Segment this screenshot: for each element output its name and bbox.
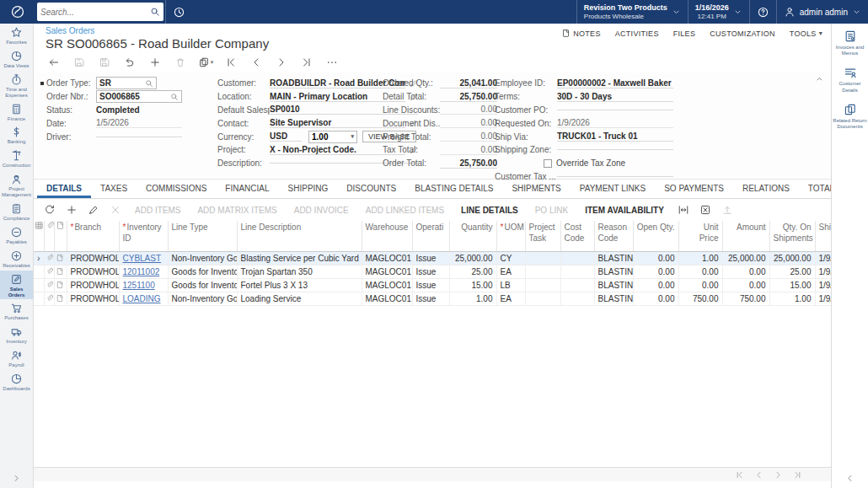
grid-cell[interactable]: 25.00 (769, 265, 815, 278)
column-header[interactable]: Ship (815, 221, 831, 251)
grid-cell[interactable]: EA (496, 292, 525, 305)
sidebar-item-banking[interactable]: Banking (0, 123, 33, 147)
column-header[interactable]: Amount (722, 221, 769, 251)
sidebar-item-receivables[interactable]: Receivables (0, 247, 33, 271)
sidebar-item-time-and-expenses[interactable]: Time and Expenses (0, 71, 33, 100)
column-header[interactable]: Line Description (237, 221, 362, 251)
grid-cell[interactable]: Issue (412, 278, 449, 292)
table-row[interactable]: PRODWHOLE12011002Goods for InventoryTroj… (34, 265, 831, 278)
grid-cell[interactable] (560, 292, 594, 305)
grid-cell[interactable]: 1/9/2026 (815, 265, 831, 278)
grid-cell[interactable]: Non-Inventory Goods (168, 251, 237, 265)
sidebar-item-project-management[interactable]: Project Management (0, 170, 33, 200)
column-header[interactable]: Warehouse (362, 221, 412, 251)
sidebar-item-construction[interactable]: Construction (0, 147, 33, 170)
grid-cell[interactable]: Trojan Spartan 350 (237, 265, 362, 278)
po-link-button[interactable]: PO LINK (528, 206, 575, 215)
grid-cell[interactable]: 1/9/2026 (815, 292, 831, 305)
grid-cell[interactable] (560, 278, 594, 292)
table-row[interactable]: PRODWHOLE1251100Goods for InventoryForte… (34, 278, 831, 292)
grid-cell[interactable] (560, 251, 594, 265)
grid-cell[interactable]: MAGLOC01 (362, 265, 412, 278)
grid-cell[interactable] (525, 278, 560, 292)
cancel-button[interactable] (121, 54, 139, 71)
header-link-tools[interactable]: TOOLS▾ (790, 29, 822, 38)
column-header[interactable]: Cost Code (560, 221, 594, 251)
date-time-selector[interactable]: 1/16/2026 12:41 PM (688, 0, 749, 24)
grid-cell[interactable]: 25.00 (449, 265, 496, 278)
customer-tax-input[interactable] (557, 176, 673, 177)
side-panel-item-invoices-and-memos[interactable]: Invoices and Memos (832, 24, 868, 60)
grid-cell[interactable]: LB (496, 278, 525, 292)
grid-cell[interactable]: BLASTING (594, 265, 633, 278)
override-tax-zone-checkbox[interactable] (544, 159, 552, 168)
grid-cell[interactable]: LOADING (119, 292, 168, 305)
company-branch-selector[interactable]: Revision Two Products Products Wholesale (576, 0, 688, 24)
side-panel-item-customer-details[interactable]: Customer Details (832, 60, 868, 96)
note-icon[interactable] (54, 265, 67, 278)
grid-cell[interactable] (525, 251, 560, 265)
more-actions-button[interactable] (323, 54, 341, 71)
grid-cell[interactable]: Loading Service (237, 292, 362, 305)
save-button[interactable] (95, 54, 114, 71)
tab-shipping[interactable]: SHIPPING (279, 180, 338, 198)
table-row[interactable]: PRODWHOLELOADINGNon-Inventory GoodsLoadi… (34, 292, 831, 305)
item-availability-button[interactable]: ITEM AVAILABILITY (578, 206, 671, 215)
go-back-button[interactable] (45, 54, 63, 71)
tab-financial[interactable]: FINANCIAL (216, 180, 278, 198)
sidebar-item-favorites[interactable]: Favorites (0, 24, 33, 47)
recent-history-button[interactable] (165, 0, 192, 24)
note-icon[interactable] (54, 278, 67, 292)
grid-cell[interactable]: 750.00 (722, 292, 769, 305)
grid-cell[interactable]: PRODWHOLE (67, 292, 119, 305)
go-prev-button[interactable] (247, 54, 265, 71)
grid-cell[interactable]: Goods for Inventory (168, 265, 237, 278)
grid-cell[interactable]: Non-Inventory Goods (168, 292, 237, 305)
grid-cell[interactable]: BLASTING (594, 292, 633, 305)
grid-cell[interactable]: 25,000.00 (769, 251, 815, 265)
grid-cell[interactable]: MAGLOC01 (362, 278, 412, 292)
sidebar-item-purchases[interactable]: Purchases (0, 299, 33, 323)
grid-cell[interactable]: 25,000.00 (449, 251, 496, 265)
column-header[interactable]: Project Task (525, 221, 560, 251)
grid-cell[interactable]: CY (496, 251, 525, 265)
page-first-button[interactable] (735, 470, 744, 480)
sidebar-item-payables[interactable]: Payables (0, 223, 33, 247)
grid-cell[interactable]: Issue (412, 251, 449, 265)
grid-cell[interactable]: 0.00 (633, 292, 678, 305)
grid-cell[interactable] (560, 265, 594, 278)
column-note-icon[interactable] (54, 221, 67, 251)
grid-cell[interactable]: 0.00 (678, 265, 722, 278)
grid-cell[interactable]: Issue (412, 265, 449, 278)
grid-cell[interactable]: PRODWHOLE (67, 278, 119, 292)
shipping-zone-input[interactable] (557, 149, 673, 150)
column-header[interactable]: Quantity (449, 221, 496, 251)
grid-cell[interactable]: 1/9/2026 (815, 278, 831, 292)
column-header[interactable]: Qty. On Shipments (769, 221, 815, 251)
side-panel-collapse-button[interactable] (832, 470, 868, 488)
add-linked-items-button[interactable]: ADD LINKED ITEMS (359, 206, 451, 215)
grid-cell[interactable]: 0.00 (722, 265, 769, 278)
table-row[interactable]: ›PRODWHOLECYBLASTNon-Inventory GoodsBlas… (34, 251, 831, 265)
order-type-input[interactable]: SR (96, 77, 157, 89)
header-link-files[interactable]: FILES (673, 29, 696, 38)
grid-cell[interactable]: Fortel Plus 3 X 13 (237, 278, 362, 292)
add-row-button[interactable] (62, 201, 81, 218)
grid-cell[interactable]: Issue (412, 292, 449, 305)
grid-cell[interactable]: EA (496, 265, 525, 278)
grid-cell[interactable]: 1/9/2026 (815, 251, 831, 265)
column-header[interactable]: Line Type (168, 221, 237, 251)
tab-relations[interactable]: RELATIONS (733, 180, 799, 198)
column-header[interactable]: Unit Price (678, 221, 722, 251)
tab-discounts[interactable]: DISCOUNTS (337, 180, 405, 198)
lookup-icon[interactable] (170, 93, 179, 101)
sidebar-item-dashboards[interactable]: Dashboards (0, 370, 33, 394)
delete-row-button[interactable] (106, 201, 125, 218)
inventory-id-link[interactable]: LOADING (123, 294, 161, 303)
help-button[interactable] (749, 0, 776, 24)
grid-cell[interactable]: PRODWHOLE (67, 251, 119, 265)
grid-cell[interactable]: 1251100 (119, 278, 168, 292)
terms-input[interactable]: 30D - 30 Days (557, 92, 673, 102)
tab-taxes[interactable]: TAXES (91, 180, 137, 198)
insert-button[interactable] (146, 54, 164, 71)
